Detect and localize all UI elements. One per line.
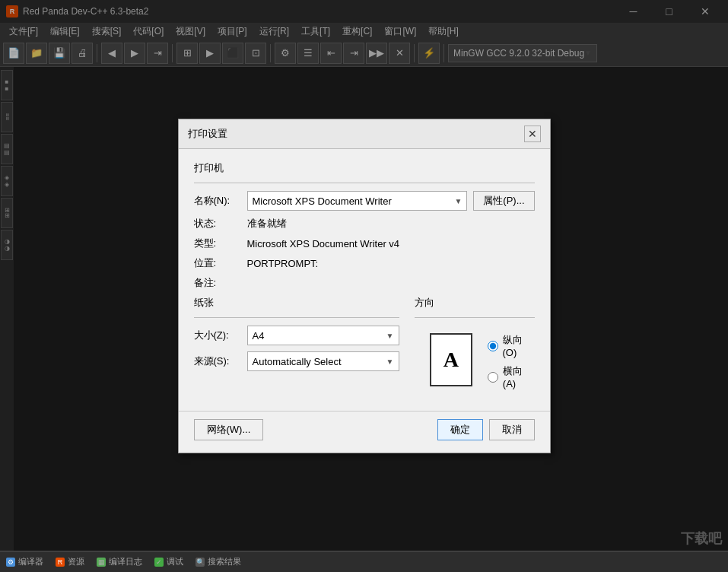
printer-section-header: 打印机 — [194, 161, 535, 175]
paper-source-arrow: ▼ — [386, 358, 394, 366]
orientation-content: A 纵向(O) 横向(A) — [415, 326, 535, 396]
paper-size-label: 大小(Z): — [194, 329, 247, 342]
status-resources-label: 资源 — [68, 556, 84, 567]
printer-status-value: 准备就绪 — [247, 217, 287, 230]
dialog-overlay: 打印设置 ✕ 打印机 名称(N): Microsoft XPS Document… — [0, 0, 728, 572]
dialog-body: 打印机 名称(N): Microsoft XPS Document Writer… — [179, 149, 550, 408]
search-icon: 🔍 — [196, 558, 205, 567]
printer-name-row: 名称(N): Microsoft XPS Document Writer ▼ 属… — [194, 191, 535, 211]
compiler-icon: ⚙ — [6, 558, 15, 567]
paper-size-value: A4 — [253, 330, 265, 342]
printer-divider — [194, 183, 535, 183]
paper-source-row: 来源(S): Automatically Select ▼ — [194, 351, 399, 371]
orientation-section-header: 方向 — [415, 296, 535, 310]
landscape-radio[interactable] — [488, 372, 498, 383]
paper-source-label: 来源(S): — [194, 354, 247, 368]
orientation-radios: 纵向(O) 横向(A) — [488, 326, 534, 396]
paper-size-row: 大小(Z): A4 ▼ — [194, 326, 399, 345]
compile-log-icon: ▦ — [97, 558, 106, 567]
paper-source-select[interactable]: Automatically Select ▼ — [247, 351, 399, 371]
printer-location-row: 位置: PORTPROMPT: — [194, 256, 535, 270]
status-debug[interactable]: ✓ 调试 — [154, 556, 183, 567]
status-resources[interactable]: R 资源 — [56, 556, 84, 567]
status-search-label: 搜索结果 — [208, 556, 241, 567]
printer-name-label: 名称(N): — [194, 194, 247, 208]
paper-size-arrow: ▼ — [386, 332, 394, 340]
properties-button[interactable]: 属性(P)... — [473, 191, 534, 211]
landscape-row: 横向(A) — [488, 364, 534, 389]
printer-name-value: Microsoft XPS Document Writer — [253, 195, 392, 207]
debug-icon: ✓ — [154, 558, 164, 567]
dialog-title: 打印设置 — [188, 127, 227, 141]
network-button[interactable]: 网络(W)... — [194, 419, 264, 440]
status-compiler-label: 编译器 — [18, 556, 43, 567]
status-bar: ⚙ 编译器 R 资源 ▦ 编译日志 ✓ 调试 🔍 搜索结果 — [0, 551, 728, 572]
paper-preview: A — [430, 333, 473, 386]
orientation-divider — [415, 317, 535, 318]
printer-status-row: 状态: 准备就绪 — [194, 217, 535, 230]
dialog-titlebar: 打印设置 ✕ — [179, 119, 550, 149]
paper-size-select[interactable]: A4 ▼ — [247, 326, 399, 345]
portrait-radio[interactable] — [488, 341, 498, 351]
orientation-section: 方向 A 纵向(O) — [415, 296, 535, 396]
printer-type-value: Microsoft XPS Document Writer v4 — [247, 238, 400, 249]
status-search[interactable]: 🔍 搜索结果 — [196, 556, 241, 567]
printer-status-label: 状态: — [194, 217, 247, 230]
paper-section: 纸张 大小(Z): A4 ▼ 来源(S): Autom — [194, 296, 399, 396]
paper-preview-letter: A — [443, 348, 459, 372]
printer-comment-row: 备注: — [194, 276, 535, 290]
paper-divider — [194, 317, 399, 318]
printer-location-label: 位置: — [194, 256, 247, 270]
paper-orientation-section: 纸张 大小(Z): A4 ▼ 来源(S): Autom — [194, 296, 535, 396]
status-debug-label: 调试 — [167, 556, 183, 567]
printer-name-select[interactable]: Microsoft XPS Document Writer ▼ — [247, 191, 468, 211]
landscape-label: 横向(A) — [503, 364, 535, 389]
ok-button[interactable]: 确定 — [437, 419, 483, 440]
footer-left: 网络(W)... — [194, 419, 264, 440]
print-settings-dialog: 打印设置 ✕ 打印机 名称(N): Microsoft XPS Document… — [178, 119, 551, 453]
printer-location-value: PORTPROMPT: — [247, 258, 319, 269]
portrait-label: 纵向(O) — [503, 333, 535, 358]
resources-icon: R — [56, 558, 65, 567]
dialog-close-button[interactable]: ✕ — [524, 126, 541, 142]
cancel-button[interactable]: 取消 — [489, 419, 535, 440]
footer-right: 确定 取消 — [437, 419, 535, 440]
printer-type-row: 类型: Microsoft XPS Document Writer v4 — [194, 237, 535, 250]
dialog-footer: 网络(W)... 确定 取消 — [179, 411, 550, 453]
paper-source-value: Automatically Select — [253, 356, 342, 367]
paper-section-header: 纸张 — [194, 296, 399, 310]
printer-name-arrow: ▼ — [454, 197, 462, 205]
printer-type-label: 类型: — [194, 237, 247, 250]
watermark: 下载吧 — [681, 529, 722, 548]
status-compiler[interactable]: ⚙ 编译器 — [6, 556, 43, 567]
printer-comment-label: 备注: — [194, 276, 247, 290]
status-compile-log-label: 编译日志 — [109, 556, 142, 567]
status-compile-log[interactable]: ▦ 编译日志 — [97, 556, 142, 567]
portrait-row: 纵向(O) — [488, 333, 534, 358]
